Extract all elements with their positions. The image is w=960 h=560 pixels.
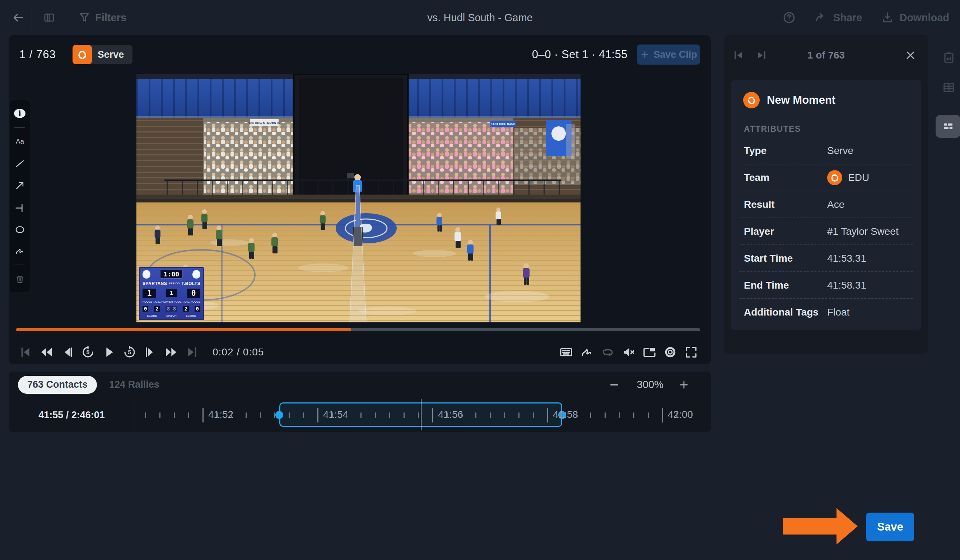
attribute-value-text: Float bbox=[827, 307, 850, 318]
moment-type-badge[interactable]: Serve bbox=[72, 45, 133, 64]
attribute-value-text: Serve bbox=[827, 145, 853, 157]
annotate-button[interactable] bbox=[579, 344, 595, 360]
fouls-label: FOULS bbox=[190, 300, 200, 303]
next-moment-button[interactable] bbox=[755, 47, 771, 63]
save-clip-label: Save Clip bbox=[653, 49, 697, 60]
ruler-tick bbox=[461, 413, 462, 418]
download-button[interactable]: Download bbox=[881, 11, 949, 24]
ruler-tick bbox=[590, 413, 591, 418]
spartan-helmet-icon bbox=[142, 270, 150, 278]
info-tool[interactable] bbox=[11, 105, 28, 122]
ffwd-icon bbox=[164, 345, 178, 359]
ellipse-tool[interactable] bbox=[11, 221, 28, 237]
scoreboard-away-team: T.BOLTS bbox=[181, 281, 200, 286]
attribute-value: Ace bbox=[827, 199, 845, 210]
player-foul-display: 8 8 bbox=[165, 306, 178, 312]
score-label: SCORE bbox=[147, 314, 157, 317]
text-tool[interactable]: Aa bbox=[11, 133, 28, 150]
timeline-playhead[interactable] bbox=[421, 399, 421, 430]
report-rail-button[interactable] bbox=[941, 50, 957, 66]
share-label: Share bbox=[833, 12, 862, 24]
rewind-button[interactable] bbox=[38, 344, 54, 360]
away-tol: 2 bbox=[183, 306, 189, 312]
previous-frame-button[interactable] bbox=[59, 344, 75, 360]
attribute-row-type[interactable]: TypeServe bbox=[739, 138, 913, 164]
picture-in-picture-button[interactable] bbox=[641, 344, 658, 360]
skip-end-icon bbox=[185, 345, 199, 359]
delete-annotation-tool[interactable] bbox=[11, 270, 28, 287]
save-clip-button[interactable]: Save Clip bbox=[637, 45, 700, 65]
video-player-panel: 1 / 763 Serve 0–0 · Set 1 · 41:55 Save C… bbox=[9, 35, 711, 364]
ruler-tick bbox=[533, 413, 534, 418]
forward-5-seconds-button[interactable]: 5 bbox=[122, 344, 138, 360]
ruler-tick-label: 41:54 bbox=[323, 409, 348, 420]
attribute-row-start-time[interactable]: Start Time41:53.31 bbox=[739, 245, 913, 271]
fast-forward-button[interactable] bbox=[163, 344, 179, 360]
share-button[interactable]: Share bbox=[814, 11, 862, 24]
back-button[interactable] bbox=[10, 10, 26, 26]
loop-button[interactable] bbox=[600, 344, 616, 360]
skip-to-start-button[interactable] bbox=[17, 344, 34, 360]
time-display: 0:02 / 0:05 bbox=[213, 346, 264, 358]
line-tool[interactable] bbox=[11, 155, 28, 171]
away-fouls: 0 bbox=[195, 306, 200, 312]
attribute-value: EDU bbox=[827, 170, 869, 185]
save-button[interactable]: Save bbox=[866, 513, 914, 541]
previous-moment-icon bbox=[733, 49, 748, 61]
back-5-seconds-button[interactable]: 5 bbox=[80, 344, 96, 360]
moments-list-rail-button[interactable] bbox=[936, 115, 960, 138]
new-moment-card: New Moment ATTRIBUTES TypeServeTeamEDURe… bbox=[731, 80, 921, 330]
filters-button[interactable]: Filters bbox=[78, 11, 126, 24]
ruler-tick bbox=[490, 413, 491, 418]
scoreboard-period-label: PERIOD bbox=[169, 282, 180, 285]
table-view-rail-button[interactable] bbox=[941, 80, 957, 96]
ruler-tick bbox=[145, 413, 146, 418]
help-button[interactable] bbox=[782, 11, 796, 24]
attribute-value: 41:53.31 bbox=[827, 253, 866, 264]
play-button[interactable] bbox=[101, 344, 117, 360]
timeline-ruler[interactable]: 41:5241:5441:5641:5842:00 bbox=[135, 398, 711, 432]
ruler-tick bbox=[203, 408, 203, 422]
zoom-out-button[interactable] bbox=[608, 378, 622, 392]
arrow-tool[interactable] bbox=[11, 177, 28, 194]
attribute-row-player[interactable]: Player#1 Taylor Sweet bbox=[739, 218, 913, 245]
zoom-in-button[interactable] bbox=[678, 378, 692, 392]
attributes-section-label: ATTRIBUTES bbox=[744, 124, 913, 134]
ruler-tick bbox=[691, 413, 692, 418]
mute-button[interactable] bbox=[620, 344, 637, 360]
svg-text:Aa: Aa bbox=[16, 138, 24, 145]
video-frame[interactable]: VISITING STUDENTS EAST HIGH BAND bbox=[136, 74, 581, 322]
next-frame-button[interactable] bbox=[142, 344, 159, 360]
ruler-tick bbox=[504, 413, 505, 418]
frame-fwd-icon bbox=[143, 345, 158, 359]
attribute-label: Start Time bbox=[744, 253, 793, 264]
attribute-row-team[interactable]: TeamEDU bbox=[739, 164, 913, 190]
close-icon bbox=[904, 49, 920, 62]
ruler-tick bbox=[518, 413, 520, 418]
attribute-row-end-time[interactable]: End Time41:58.31 bbox=[739, 271, 913, 298]
settings-icon bbox=[663, 345, 677, 359]
fullscreen-button[interactable] bbox=[683, 344, 699, 360]
settings-button[interactable] bbox=[662, 344, 678, 360]
skip-to-end-button[interactable] bbox=[184, 344, 200, 360]
tee-tool[interactable] bbox=[11, 199, 28, 215]
keyboard-shortcuts-button[interactable] bbox=[558, 344, 574, 360]
scoreboard-home-team: SPARTANS bbox=[142, 281, 167, 286]
attribute-value: Serve bbox=[827, 145, 853, 157]
tab-contacts[interactable]: 763 Contacts bbox=[18, 376, 97, 394]
ruler-tick bbox=[446, 413, 448, 418]
text-icon: Aa bbox=[14, 136, 26, 147]
svg-text:5: 5 bbox=[128, 349, 131, 355]
toggle-library-panel-button[interactable] bbox=[41, 10, 57, 26]
freehand-tool[interactable] bbox=[11, 243, 28, 259]
ruler-tick bbox=[360, 413, 362, 418]
previous-moment-button[interactable] bbox=[733, 47, 748, 63]
video-progress-bar[interactable] bbox=[16, 328, 700, 331]
selection-start-handle[interactable] bbox=[275, 411, 283, 419]
attribute-row-additional-tags[interactable]: Additional TagsFloat bbox=[739, 298, 913, 325]
tab-rallies[interactable]: 124 Rallies bbox=[109, 379, 159, 390]
scoreboard: 1:00 SPARTANS PERIOD T.BOLTS 1 1 0 FOULS… bbox=[139, 267, 204, 320]
attribute-row-result[interactable]: ResultAce bbox=[739, 190, 913, 218]
close-panel-button[interactable] bbox=[904, 47, 920, 63]
ruler-tick bbox=[619, 413, 620, 418]
